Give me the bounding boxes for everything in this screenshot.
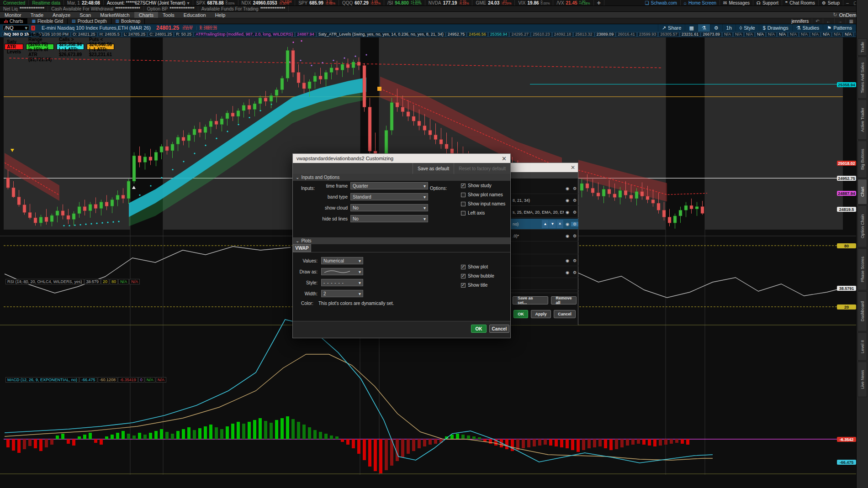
chevron-down-icon: ▾ (359, 258, 361, 263)
eye-icon[interactable]: ◉ (564, 198, 571, 203)
checkbox-icon: ✓ (461, 274, 466, 278)
chevron-down-icon: ▾ (423, 205, 426, 210)
section-inputs-and-options[interactable]: ⌄ Inputs and Options (293, 174, 510, 181)
field-dropdown[interactable]: Quarter▾ (350, 182, 428, 189)
gear-icon[interactable]: ⚙ (571, 222, 578, 226)
legend-item[interactable]: -66.475 (79, 377, 97, 383)
legend-item[interactable]: 20 (101, 279, 109, 284)
study-row[interactable]: .0)*◉⚙ (511, 231, 578, 241)
gear-icon[interactable]: ⚙ (571, 186, 578, 191)
study-row[interactable]: no)▲▼✕◉⚙ (511, 219, 578, 230)
option-left-axis[interactable]: Left axis (461, 210, 485, 215)
study-label-0[interactable]: Saty ATR Levels (5, 44, 23, 50)
option-show-study[interactable]: ✓Show study (461, 183, 492, 188)
legend-item[interactable]: -60.1208 (98, 377, 118, 383)
remove-study-icon[interactable]: ✕ (556, 220, 563, 228)
back-dialog-ok-button[interactable]: OK (513, 310, 528, 318)
gear-icon[interactable]: ⚙ (571, 258, 578, 263)
plot-option-show-plot[interactable]: ✓Show plot (461, 264, 488, 269)
save-as-default-button[interactable]: Save as default (413, 163, 454, 174)
edit-studies-dialog: ✕ ◉⚙8, 21, 34)◉⚙s, 25, EMA, 20, EMA, 20,… (511, 163, 578, 325)
study-row[interactable] (511, 243, 578, 254)
option-show-plot-names[interactable]: Show plot names (461, 192, 503, 197)
eye-icon[interactable]: ◉ (564, 210, 571, 215)
option-show-input-names[interactable]: Show input names (461, 201, 505, 206)
legend-item[interactable]: 38.579 (85, 279, 101, 284)
back-dialog-cancel-button[interactable]: Cancel (554, 310, 576, 318)
field-dropdown[interactable]: No▾ (350, 204, 428, 211)
color-label: Color: (301, 301, 313, 306)
gear-icon[interactable]: ⚙ (571, 198, 578, 203)
options-label: Options: (430, 186, 447, 191)
study-label-2[interactable]: Calls > $25,358.94 | +1 ATR: $26,673.89 (57, 44, 84, 50)
remove-all-button[interactable]: Remove all (551, 296, 577, 304)
plot-field-dropdown[interactable]: ▾ (321, 268, 363, 275)
chevron-down-icon: ▾ (359, 291, 361, 296)
field-label: time frame (302, 184, 348, 189)
study-customizing-dialog: vwapstandarddeviationbands2 Customizing … (292, 153, 511, 338)
price-bubble: 25358.94 (837, 82, 856, 87)
price-bubble: 24952.75 (837, 176, 856, 181)
study-row[interactable]: s, 25, EMA, 20, EMA, 20, EM...◉⚙ (511, 207, 578, 218)
study-row[interactable]: 8, 21, 34)◉⚙ (511, 195, 578, 206)
gear-icon[interactable]: ⚙ (571, 210, 578, 215)
legend-item[interactable]: MACD (12, 26, 9, EXPONENTIAL, no) (5, 377, 79, 383)
legend-item[interactable]: 80 (110, 279, 118, 284)
dialog-ok-button[interactable]: OK (471, 325, 487, 333)
move-up-icon[interactable]: ▲ (542, 220, 549, 228)
plot-field-dropdown[interactable]: - - - - - -▾ (321, 279, 363, 286)
plot-field-Values: Values:Numerical▾ (297, 257, 363, 264)
back-dialog-close-icon[interactable]: ✕ (571, 164, 575, 171)
legend-item[interactable]: N/A (118, 279, 129, 284)
plot-field-Style: Style:- - - - - -▾ (297, 279, 363, 286)
reset-factory-default-button[interactable]: Reset to factory default (454, 163, 510, 174)
field-label: Style: (297, 280, 318, 285)
plot-option-show-title[interactable]: ✓Show title (461, 283, 487, 288)
chevron-down-icon: ▾ (423, 194, 426, 199)
legend-item[interactable]: N/A (156, 377, 166, 383)
legend-item[interactable]: N/A (129, 279, 140, 284)
back-dialog-apply-button[interactable]: Apply (531, 310, 551, 318)
field-dropdown[interactable]: Standard▾ (350, 193, 428, 200)
chevron-down-icon: ▾ (359, 280, 361, 285)
price-bubble: 25018.02 (837, 161, 856, 166)
legend-item[interactable]: -6.35419 (118, 377, 138, 383)
field-label: show cloud (302, 205, 348, 210)
study-row[interactable]: ◉⚙ (511, 183, 578, 194)
checkbox-icon (461, 211, 466, 215)
plot-field-dropdown[interactable]: 2▾ (321, 290, 363, 297)
study-label-1[interactable]: Swing Range ($265.75) is 15% of ATR ($1,… (26, 44, 54, 50)
indicator-bubble: 20 (837, 304, 856, 310)
field-label: band type (302, 194, 348, 199)
eye-icon[interactable]: ◉ (564, 234, 571, 238)
eye-icon[interactable]: ◉ (564, 186, 571, 191)
field-dropdown[interactable]: No▾ (350, 215, 428, 222)
field-label: Values: (297, 258, 318, 263)
move-down-icon[interactable]: ▼ (549, 220, 556, 228)
gear-icon[interactable]: ⚙ (571, 234, 578, 238)
save-as-set-button[interactable]: Save as set... (513, 296, 548, 304)
dialog-cancel-button[interactable]: Cancel (489, 325, 509, 333)
section-plots[interactable]: ⌄ Plots (293, 237, 510, 244)
input-row-show-cloud: show cloudNo▾ (302, 204, 430, 211)
plot-tab-vwap[interactable]: VWAP (293, 244, 311, 252)
price-bubble: 24887.94 (837, 191, 856, 196)
legend-item[interactable]: RSI (14, 80, 20, OHLC4, WILDERS, yes) (5, 279, 84, 284)
study-row[interactable]: ◉⚙ (511, 255, 578, 266)
study-row[interactable] (511, 279, 578, 290)
legend-item[interactable]: 0 (138, 377, 144, 383)
eye-icon[interactable]: ◉ (564, 270, 571, 275)
checkbox-icon: ✓ (461, 184, 466, 188)
dialog-close-icon[interactable]: ✕ (502, 155, 507, 162)
gear-icon[interactable]: ⚙ (571, 270, 578, 275)
eye-icon[interactable]: ◉ (564, 258, 571, 263)
plot-field-dropdown[interactable]: Numerical▾ (321, 257, 363, 264)
study-row[interactable]: ◉⚙ (511, 267, 578, 278)
plot-option-show-bubble[interactable]: ✓Show bubble (461, 273, 494, 278)
field-label: Width: (297, 291, 318, 296)
chevron-down-icon: ▾ (423, 216, 426, 221)
legend-item[interactable]: N/A (145, 377, 155, 383)
study-label-3[interactable]: Puts < $24,546.56 | -1 ATR: $23,231.61 (87, 44, 114, 50)
collapse-icon: ⌄ (296, 238, 299, 243)
eye-icon[interactable]: ◉ (564, 222, 571, 226)
